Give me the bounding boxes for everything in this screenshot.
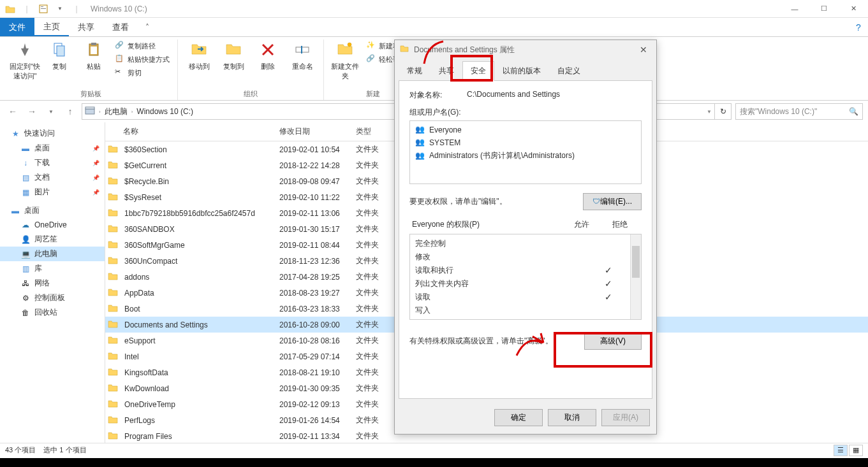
up-button[interactable]: ↑ (63, 104, 78, 119)
sidebar-libraries[interactable]: ▥库 (0, 261, 105, 276)
cut-button[interactable]: ✂剪切 (112, 66, 172, 79)
file-date: 2019-01-26 14:54 (274, 415, 351, 426)
qat-properties-icon[interactable] (36, 2, 51, 16)
tab-home[interactable]: 主页 (34, 18, 69, 36)
tab-share[interactable]: 共享 (69, 18, 103, 36)
tab-security[interactable]: 安全 (462, 61, 494, 81)
sidebar-documents[interactable]: ▤文档📌 (0, 170, 105, 185)
help-icon[interactable]: ? (849, 18, 868, 36)
scrollbar[interactable] (630, 234, 641, 319)
ribbon-expand-icon[interactable]: ˄ (138, 18, 157, 36)
breadcrumb-pc[interactable]: 此电脑 (105, 106, 128, 117)
groups-list[interactable]: 👥Everyone👥SYSTEM👥Administrators (书房计算机\A… (409, 120, 642, 184)
col-name[interactable]: 名称 (105, 122, 274, 141)
address-dropdown[interactable]: ▼ (707, 109, 712, 115)
file-name: Documents and Settings (119, 319, 274, 331)
svg-rect-14 (85, 107, 94, 109)
edit-button[interactable]: 🛡编辑(E)... (583, 193, 642, 210)
folder-icon (108, 271, 119, 283)
pin-icon: 📌 (92, 160, 99, 166)
tab-customize[interactable]: 自定义 (549, 61, 589, 81)
col-type[interactable]: 类型 (351, 122, 389, 141)
tab-general[interactable]: 常规 (399, 61, 430, 81)
col-date[interactable]: 修改日期 (274, 122, 351, 141)
refresh-button[interactable]: ↻ (715, 103, 732, 120)
sidebar-this-pc[interactable]: 💻此电脑 (0, 247, 105, 261)
file-name: $360Section (119, 144, 274, 155)
sidebar-desktop2[interactable]: ▬桌面 (0, 203, 105, 218)
deny-check (592, 252, 624, 262)
folder-icon (108, 192, 119, 203)
apply-button[interactable]: 应用(A) (601, 409, 650, 426)
file-date: 2019-01-30 15:17 (274, 224, 351, 235)
svg-rect-2 (41, 8, 46, 9)
shortcut-icon: 📋 (115, 54, 125, 64)
cloud-icon: ☁ (20, 220, 31, 230)
file-type: 文件夹 (351, 318, 389, 331)
file-name: Intel (119, 351, 274, 363)
tab-view[interactable]: 查看 (103, 18, 138, 36)
file-type: 文件夹 (351, 238, 389, 252)
sidebar-pictures[interactable]: ▦图片📌 (0, 185, 105, 199)
copy-to-button[interactable]: 复制到 (217, 40, 249, 71)
star-icon: ★ (10, 129, 20, 139)
titlebar: | ▼ | Windows 10 (C:) — ☐ ✕ (0, 0, 868, 18)
new-folder-button[interactable]: 新建文件夹 (329, 40, 361, 81)
paste-shortcut-button[interactable]: 📋粘贴快捷方式 (112, 53, 172, 66)
sidebar-downloads[interactable]: ↓下载📌 (0, 155, 105, 170)
dialog-title-bar[interactable]: Documents and Settings 属性 ✕ (395, 40, 656, 59)
paste-button[interactable]: 粘贴 (78, 40, 110, 71)
pc-icon: 💻 (20, 249, 31, 259)
group-item[interactable]: 👥Administrators (书房计算机\Administrators) (413, 149, 638, 162)
scrollbar-thumb[interactable] (632, 246, 640, 278)
file-name: $SysReset (119, 192, 274, 203)
sidebar-recycle[interactable]: 🗑回收站 (0, 305, 105, 320)
copy-button[interactable]: 复制 (43, 40, 75, 71)
folder-icon (108, 303, 119, 315)
sidebar-quick-access[interactable]: ★快速访问 (0, 126, 105, 141)
sidebar-user[interactable]: 👤周艺笙 (0, 232, 105, 247)
tab-file[interactable]: 文件 (0, 18, 34, 36)
ribbon-tabs: 文件 主页 共享 查看 ˄ ? (0, 18, 868, 37)
history-dropdown[interactable]: ▼ (43, 104, 59, 119)
file-type: 文件夹 (351, 175, 389, 188)
rename-button[interactable]: 重命名 (286, 40, 318, 71)
forward-button[interactable]: → (24, 104, 40, 119)
close-button[interactable]: ✕ (839, 0, 868, 18)
svg-rect-13 (85, 109, 94, 114)
minimize-button[interactable]: — (780, 0, 809, 18)
maximize-button[interactable]: ☐ (809, 0, 839, 18)
group-item[interactable]: 👥SYSTEM (413, 136, 638, 149)
copy-path-button[interactable]: 🔗复制路径 (112, 40, 172, 52)
sidebar-onedrive[interactable]: ☁OneDrive (0, 218, 105, 232)
users-icon: 👥 (415, 151, 425, 161)
taskbar (0, 458, 868, 467)
dialog-close-button[interactable]: ✕ (636, 45, 651, 55)
qat-dropdown-icon[interactable]: ▼ (52, 2, 68, 16)
properties-dialog: Documents and Settings 属性 ✕ 常规 共享 安全 以前的… (394, 40, 657, 435)
group-item[interactable]: 👥Everyone (413, 124, 638, 136)
pin-to-quick-access-button[interactable]: 固定到"快速访问" (9, 40, 41, 81)
sidebar-control-panel[interactable]: ⚙控制面板 (0, 291, 105, 305)
back-button[interactable]: ← (5, 104, 20, 119)
advanced-button[interactable]: 高级(V) (584, 333, 642, 350)
delete-button[interactable]: 删除 (252, 40, 284, 71)
file-type: 文件夹 (351, 190, 389, 204)
view-details-button[interactable]: ☰ (834, 445, 848, 456)
sidebar-desktop[interactable]: ▬桌面📌 (0, 141, 105, 155)
file-name: Boot (119, 303, 274, 315)
move-to-button[interactable]: 移动到 (183, 40, 215, 71)
ribbon-group-organize: 移动到 复制到 删除 重命名 组织 (178, 40, 324, 100)
view-icons-button[interactable]: ▦ (849, 445, 863, 456)
sidebar-network[interactable]: 🖧网络 (0, 276, 105, 291)
search-input[interactable]: 搜索"Windows 10 (C:)" 🔍 (735, 103, 863, 120)
breadcrumb-drive[interactable]: Windows 10 (C:) (136, 107, 193, 116)
folder-icon (108, 415, 119, 426)
desktop-icon: ▬ (10, 206, 20, 216)
file-name: OneDriveTemp (119, 399, 274, 410)
tab-previous-versions[interactable]: 以前的版本 (494, 61, 549, 81)
cancel-button[interactable]: 取消 (548, 409, 596, 426)
tab-sharing[interactable]: 共享 (430, 61, 462, 81)
file-type: 文件夹 (351, 398, 389, 411)
ok-button[interactable]: 确定 (494, 409, 543, 426)
